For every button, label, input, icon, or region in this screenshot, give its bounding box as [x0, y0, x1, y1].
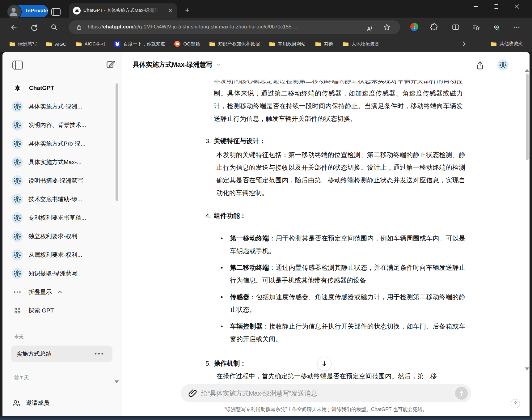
bookmarks-divider: [482, 40, 482, 48]
tab-actions-button[interactable]: [51, 8, 61, 16]
chat-scrollbar-thumb[interactable]: [526, 74, 529, 160]
extensions-puzzle-icon[interactable]: [430, 23, 438, 31]
gpt-title-menu[interactable]: 具体实施方式Max-绿洲慧写: [133, 60, 221, 69]
sidebar-toggle-icon[interactable]: [12, 61, 23, 70]
item-heading: 关键特征与设计：: [214, 134, 465, 147]
arrow-down-icon: [321, 360, 328, 367]
folder-icon: [269, 41, 275, 47]
settings-more-icon[interactable]: [513, 23, 521, 31]
item-heading: 操作机制：: [214, 357, 465, 370]
ellipsis-icon: [12, 291, 23, 293]
sidebar-item-gpt[interactable]: 知识提取-绿洲慧写...: [2, 264, 122, 283]
sidebar-item-explore-gpt[interactable]: 探索 GPT: [2, 301, 122, 320]
gpt-avatar-icon: [12, 231, 23, 242]
sidebar-scrollbar-thumb[interactable]: [116, 83, 118, 201]
scroll-to-bottom-button[interactable]: [317, 357, 331, 371]
folder-icon: [491, 41, 497, 47]
edge-browser-window: InPrivate ChatGPT - 具体实施方式Max-绿洲慧写 +: [0, 0, 532, 420]
gpt-avatar-icon: [12, 249, 23, 261]
browser-essentials-icon[interactable]: [492, 23, 500, 31]
arrow-up-icon: [458, 390, 465, 397]
sidebar-item-label: 专利权利要求书草稿...: [28, 214, 86, 222]
sidebar-item-collapse[interactable]: 折叠显示: [2, 283, 122, 301]
sidebar-item-gpt[interactable]: 独立权利要求-权利...: [2, 227, 122, 246]
bookmark-item[interactable]: AIGC学习: [72, 39, 109, 49]
share-icon[interactable]: [475, 60, 485, 70]
back-icon[interactable]: [10, 23, 18, 31]
invite-members-label: 邀请成员: [26, 399, 49, 407]
bookmark-label: QQ邮箱: [183, 41, 200, 47]
composer-placeholder[interactable]: 给“具体实施方式Max-绿洲慧写”发送消息: [201, 389, 317, 398]
split-screen-icon[interactable]: [452, 23, 460, 31]
bookmark-item[interactable]: 绿洲慧写: [6, 39, 40, 49]
sidebar-item-gpt[interactable]: 具体实施方式Max-...: [2, 153, 122, 172]
bookmark-label: AIGC学习: [85, 41, 105, 47]
search-icon[interactable]: [50, 23, 58, 31]
url-scheme: https://: [88, 24, 103, 29]
bookmark-item[interactable]: 其他: [311, 39, 337, 49]
chatgpt-page: ChatGPT 具体实施方式-绿洲...发明内容、背景技术...具体实施方式Pr…: [2, 52, 530, 416]
bookmark-label: AIGC: [55, 41, 66, 47]
bookmark-item[interactable]: 知识产权知识和数据: [205, 39, 264, 49]
help-button[interactable]: ?: [511, 399, 520, 408]
chat-history-item-selected[interactable]: 实施方式总结 ●●●: [11, 346, 112, 362]
message-composer[interactable]: 给“具体实施方式Max-绿洲慧写”发送消息: [181, 384, 471, 402]
toolbar-divider: [444, 23, 444, 31]
favorites-bar-icon[interactable]: [472, 23, 480, 31]
url-text[interactable]: https://chatgpt.com/g/g-1MFOi4WtV-ju-ti-…: [88, 24, 298, 30]
window-bottom-edge: [0, 416, 532, 420]
browser-tab[interactable]: ChatGPT - 具体实施方式Max-绿洲慧写: [69, 3, 177, 18]
sidebar-item-gpt[interactable]: 具体实施方式-绿洲...: [2, 97, 122, 116]
sidebar-item-chatgpt[interactable]: ChatGPT: [2, 79, 122, 97]
new-tab-button[interactable]: +: [183, 6, 192, 15]
sidebar-item-label: 具体实施方式Max-...: [28, 158, 82, 166]
bookmark-item[interactable]: 百度一下，你就知道: [111, 39, 169, 49]
item-body: 在操作过程中，首先确定第一移动终端是否在预定空间范围内。然后，第二移: [216, 370, 465, 382]
chat-options-icon[interactable]: ●●●: [94, 351, 104, 356]
chat-scroll-down-icon[interactable]: [525, 367, 529, 372]
profile-avatar[interactable]: [7, 4, 22, 19]
refresh-icon[interactable]: [30, 23, 38, 31]
window-maximize-button[interactable]: [489, 0, 503, 13]
sidebar-item-gpt[interactable]: 说明书摘要-绿洲慧写: [2, 172, 122, 190]
bullet-item: 传感器：包括加速度传感器、角速度传感器或磁力计，用于检测第二移动终端的静止状态。: [230, 291, 465, 316]
idm-extension-icon[interactable]: ↓: [410, 23, 418, 31]
gpt-title-label: 具体实施方式Max-绿洲慧写: [133, 60, 213, 69]
sidebar-item-gpt[interactable]: 发明内容、背景技术...: [2, 116, 122, 134]
sidebar-item-label: 知识提取-绿洲慧写...: [28, 269, 82, 278]
attach-paperclip-icon[interactable]: [188, 389, 197, 398]
window-minimize-button[interactable]: [468, 0, 483, 13]
tab-close-icon[interactable]: [167, 7, 174, 14]
chatgpt-sidebar: ChatGPT 具体实施方式-绿洲...发明内容、背景技术...具体实施方式Pr…: [2, 52, 123, 416]
read-aloud-icon[interactable]: A): [365, 23, 374, 32]
send-button[interactable]: [455, 387, 468, 400]
other-favorites-button[interactable]: 其他收藏夹: [487, 39, 526, 49]
bookmark-item[interactable]: 大地物流装备: [339, 39, 383, 49]
address-bar[interactable]: https://chatgpt.com/g/g-1MFOi4WtV-ju-ti-…: [69, 20, 400, 34]
bookmark-label: 绿洲慧写: [18, 41, 37, 47]
sidebar-scroll-down-icon[interactable]: [115, 380, 119, 385]
qqmail-icon: [174, 41, 180, 47]
window-close-button[interactable]: [510, 0, 524, 13]
sidebar-item-gpt[interactable]: 从属权利要求-权利...: [2, 246, 122, 264]
message-list-item: 5.操作机制：在操作过程中，首先确定第一移动终端是否在预定空间范围内。然后，第二…: [201, 357, 465, 382]
title-bar: InPrivate ChatGPT - 具体实施方式Max-绿洲慧写 +: [0, 0, 532, 18]
sidebar-item-label: ChatGPT: [29, 85, 54, 91]
invite-members-button[interactable]: 邀请成员: [12, 398, 49, 408]
bookmark-item[interactable]: AIGC: [42, 39, 70, 49]
sidebar-item-gpt[interactable]: 技术交底书辅助-绿...: [2, 190, 122, 209]
favorite-star-icon[interactable]: [383, 23, 391, 31]
lock-icon: [75, 23, 83, 31]
new-chat-icon[interactable]: [106, 60, 115, 69]
sidebar-item-gpt[interactable]: 专利权利要求书草稿...: [2, 209, 122, 227]
bookmark-item[interactable]: QQ邮箱: [171, 39, 203, 49]
sidebar-item-gpt[interactable]: 具体实施方式Pro-绿...: [2, 134, 122, 153]
bookmark-item[interactable]: 常用政府网站: [265, 39, 310, 49]
gpt-avatar[interactable]: [497, 59, 509, 70]
item-heading: 组件功能：: [214, 209, 465, 222]
bookmarks-overflow-chevron-icon[interactable]: [460, 40, 468, 48]
disclaimer-text: “绿洲慧写专利辅助撰写系统”工作空间聊天未用于训练我们的模型。ChatGPT 也…: [122, 406, 530, 413]
collapse-label: 折叠显示: [28, 288, 52, 296]
section-today-label: 今天: [14, 334, 23, 340]
chat-scroll-up-icon[interactable]: [525, 67, 529, 72]
